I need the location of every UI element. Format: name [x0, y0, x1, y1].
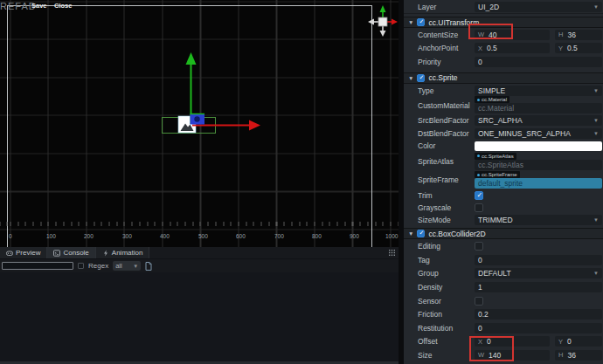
tab-preview[interactable]: Preview [0, 247, 47, 258]
component-enabled-checkbox[interactable] [417, 230, 425, 237]
y-prefix: Y [558, 45, 563, 52]
srcblendfactor-label: SrcBlendFactor [418, 116, 475, 125]
srcblendfactor-value: SRC_ALPHA [478, 116, 523, 125]
density-field[interactable]: 1 [475, 282, 602, 292]
editing-label: Editing [418, 242, 475, 251]
inspector-row-tag: Tag 0 [404, 253, 603, 267]
friction-value: 0.2 [478, 310, 489, 319]
offset-y-field[interactable]: Y 0 [555, 336, 602, 347]
type-label: Type [418, 86, 475, 95]
restitution-field[interactable]: 0 [475, 323, 602, 333]
group-value: DEFAULT [478, 269, 511, 278]
type-value: SIMPLE [478, 86, 505, 95]
y-axis-arrow[interactable] [186, 52, 197, 124]
section-title: cc.Sprite [428, 73, 457, 82]
collapse-triangle-icon[interactable]: ▼ [408, 19, 413, 25]
chevron-down-icon: ▼ [133, 264, 138, 269]
priority-field[interactable]: 0 [475, 57, 602, 67]
w-prefix: W [478, 351, 484, 359]
inspector-row-color: Color [404, 140, 603, 152]
section-sprite[interactable]: ▼ cc.Sprite [404, 72, 603, 84]
offset-x-field[interactable]: X 0 [475, 336, 550, 347]
chevron-down-icon: ▼ [593, 88, 599, 93]
priority-label: Priority [418, 58, 475, 66]
custommaterial-field[interactable]: cc.Material [475, 103, 602, 113]
tab-console[interactable]: Console [47, 247, 95, 258]
anchorpoint-x-value: 0.5 [487, 44, 497, 52]
inspector-row-custommaterial: CustomMaterial cc.Material cc.Material [404, 97, 603, 113]
save-button[interactable]: Save [31, 2, 47, 10]
console-log-area[interactable] [0, 272, 399, 361]
console-toolbar: Regex all ▼ [0, 259, 399, 272]
animation-icon [102, 250, 109, 257]
color-swatch[interactable] [475, 141, 602, 151]
console-search-input[interactable] [2, 262, 73, 270]
component-enabled-checkbox[interactable] [417, 74, 425, 82]
grayscale-checkbox[interactable] [475, 203, 483, 212]
regex-checkbox[interactable] [78, 263, 84, 269]
type-select[interactable]: SIMPLE ▼ [475, 86, 602, 96]
spriteframe-field[interactable]: default_sprite [475, 178, 602, 189]
chevron-down-icon: ▼ [593, 118, 599, 123]
spriteatlas-field[interactable]: cc.SpriteAtlas [475, 160, 602, 170]
size-h-field[interactable]: H 36 [555, 350, 602, 361]
regex-label: Regex [88, 262, 108, 270]
size-h-value: 36 [567, 351, 575, 360]
inspector-row-restitution: Restitution 0 [404, 321, 603, 335]
asset-dot-icon [477, 155, 480, 157]
inspector-row-grayscale: Grayscale [404, 202, 603, 214]
ruler-label: 500 [198, 233, 208, 239]
inspector-row-editing: Editing [404, 239, 603, 253]
tag-field[interactable]: 0 [475, 255, 602, 265]
export-log-icon[interactable] [145, 262, 152, 271]
collapse-triangle-icon[interactable]: ▼ [408, 230, 413, 237]
contentsize-h-field[interactable]: H 36 [555, 30, 602, 40]
tab-label: Animation [112, 249, 143, 257]
bottom-panel: Preview Console Animation [0, 247, 399, 364]
ruler-label: 1000 [385, 233, 398, 239]
panel-menu-icon[interactable] [389, 247, 399, 258]
anchorpoint-x-field[interactable]: X 0.5 [475, 43, 550, 53]
group-select[interactable]: DEFAULT ▼ [475, 268, 602, 278]
sizemode-select[interactable]: TRIMMED ▼ [475, 215, 602, 225]
tab-animation[interactable]: Animation [96, 247, 150, 258]
contentsize-w-field[interactable]: W 40 [475, 30, 550, 40]
restitution-value: 0 [478, 324, 482, 333]
filter-value: all [115, 262, 122, 270]
x-prefix: X [478, 45, 482, 52]
section-uitransform[interactable]: ▼ cc.UITransform [404, 17, 603, 28]
asset-type-chip: cc.SpriteAtlas [475, 153, 516, 160]
custommaterial-placeholder: cc.Material [478, 104, 514, 113]
console-icon [53, 250, 60, 257]
friction-field[interactable]: 0.2 [475, 309, 602, 319]
move-gizmo-icon[interactable] [362, 2, 399, 41]
close-button[interactable]: Close [54, 2, 72, 10]
anchorpoint-label: AnchorPoint [418, 44, 475, 52]
inspector-panel: Layer UI_2D ▼ ▼ cc.UITransform ContentSi… [404, 0, 603, 364]
log-filter-dropdown[interactable]: all ▼ [113, 261, 141, 271]
ruler-label: 800 [312, 233, 322, 239]
layer-select[interactable]: UI_2D ▼ [475, 2, 602, 12]
tag-label: Tag [418, 256, 475, 264]
srcblendfactor-select[interactable]: SRC_ALPHA ▼ [475, 115, 602, 126]
dstblendfactor-select[interactable]: ONE_MINUS_SRC_ALPHA ▼ [475, 128, 602, 139]
size-w-field[interactable]: W 140 [475, 350, 550, 361]
restitution-label: Restitution [418, 324, 475, 333]
preview-icon [6, 250, 13, 257]
trim-checkbox[interactable] [475, 191, 483, 200]
ruler-label: 600 [236, 233, 246, 239]
spriteatlas-label: SpriteAtlas [418, 157, 475, 166]
component-enabled-checkbox[interactable] [417, 18, 425, 26]
xy-plane-handle[interactable] [191, 114, 205, 125]
collapse-triangle-icon[interactable]: ▼ [408, 75, 413, 81]
editing-checkbox[interactable] [475, 242, 483, 251]
scene-view[interactable]: REFAB Save Close 0 100 200 300 400 500 6… [0, 0, 399, 247]
section-boxcollider2d[interactable]: ▼ cc.BoxCollider2D [404, 228, 603, 239]
inspector-row-size: Size W 140 H 36 [404, 348, 603, 362]
inspector-row-sizemode: SizeMode TRIMMED ▼ [404, 214, 603, 226]
asset-dot-icon [477, 99, 480, 101]
sensor-checkbox[interactable] [475, 297, 483, 306]
inspector-row-layer: Layer UI_2D ▼ [404, 0, 603, 14]
anchorpoint-y-field[interactable]: Y 0.5 [555, 43, 602, 53]
inspector-row-offset: Offset X 0 Y 0 [404, 335, 603, 349]
